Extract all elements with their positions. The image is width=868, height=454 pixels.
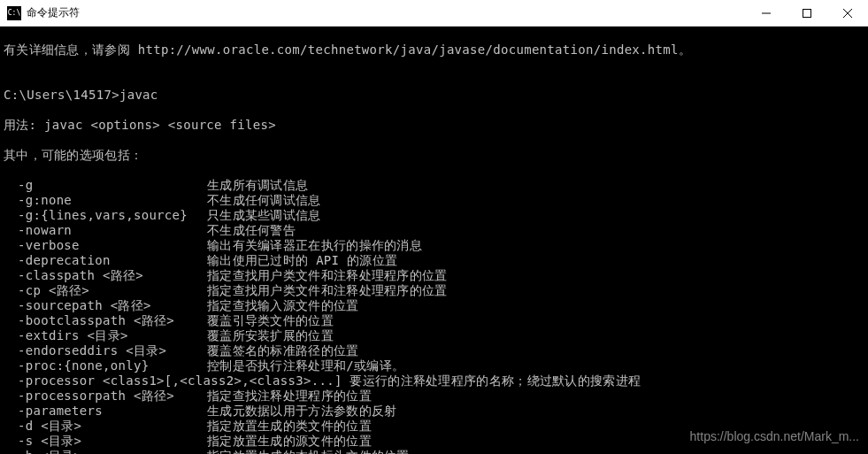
terminal-line: 其中，可能的选项包括： bbox=[4, 148, 864, 163]
option-flag: -nowarn bbox=[4, 223, 207, 238]
option-description: 只生成某些调试信息 bbox=[207, 208, 321, 223]
option-description: 指定查找注释处理程序的位置 bbox=[207, 389, 372, 404]
option-flag: -classpath <路径> bbox=[4, 268, 207, 283]
option-flag: -endorseddirs <目录> bbox=[4, 343, 207, 358]
option-row: -h <目录>指定放置生成的本机标头文件的位置 bbox=[4, 449, 864, 454]
option-flag: -sourcepath <路径> bbox=[4, 298, 207, 313]
option-row: -g:{lines,vars,source}只生成某些调试信息 bbox=[4, 208, 864, 223]
option-flag: -d <目录> bbox=[4, 419, 207, 434]
maximize-icon bbox=[803, 9, 811, 18]
terminal-line: 有关详细信息，请参阅 http://www.oracle.com/technet… bbox=[4, 42, 864, 58]
terminal-line: 用法: javac <options> <source files> bbox=[4, 118, 864, 133]
option-flag: -g:{lines,vars,source} bbox=[4, 208, 207, 223]
window-titlebar: C:\ 命令提示符 bbox=[0, 0, 868, 27]
option-row: -deprecation输出使用已过时的 API 的源位置 bbox=[4, 253, 864, 268]
option-description: 覆盖签名的标准路径的位置 bbox=[207, 343, 359, 358]
option-description: 指定放置生成的类文件的位置 bbox=[207, 419, 372, 434]
option-row: -sourcepath <路径>指定查找输入源文件的位置 bbox=[4, 298, 864, 313]
option-description: 输出有关编译器正在执行的操作的消息 bbox=[207, 238, 422, 253]
maximize-button[interactable] bbox=[787, 0, 827, 26]
minimize-button[interactable] bbox=[746, 0, 787, 26]
option-description: 覆盖引导类文件的位置 bbox=[207, 313, 334, 328]
option-description: 不生成任何调试信息 bbox=[207, 193, 321, 208]
option-row: -g:none不生成任何调试信息 bbox=[4, 193, 864, 208]
window-controls bbox=[746, 0, 868, 26]
terminal-output[interactable]: 有关详细信息，请参阅 http://www.oracle.com/technet… bbox=[0, 27, 868, 454]
option-row: -parameters生成元数据以用于方法参数的反射 bbox=[4, 404, 864, 419]
option-row: -endorseddirs <目录>覆盖签名的标准路径的位置 bbox=[4, 343, 864, 358]
option-description: 指定放置生成的源文件的位置 bbox=[207, 434, 372, 449]
option-description: 指定查找输入源文件的位置 bbox=[207, 298, 359, 313]
option-flag: -g bbox=[4, 178, 207, 193]
option-description: 指定放置生成的本机标头文件的位置 bbox=[207, 449, 410, 454]
option-description: 不生成任何警告 bbox=[207, 223, 296, 238]
option-row: -extdirs <目录>覆盖所安装扩展的位置 bbox=[4, 328, 864, 343]
option-flag: -s <目录> bbox=[4, 434, 207, 449]
option-flag: -processorpath <路径> bbox=[4, 389, 207, 404]
close-icon bbox=[843, 9, 852, 18]
svg-rect-1 bbox=[803, 9, 811, 17]
option-description: 生成所有调试信息 bbox=[207, 178, 308, 193]
option-row: -cp <路径>指定查找用户类文件和注释处理程序的位置 bbox=[4, 283, 864, 298]
option-flag: -verbose bbox=[4, 238, 207, 253]
option-row: -proc:{none,only}控制是否执行注释处理和/或编译。 bbox=[4, 358, 864, 373]
option-flag: -parameters bbox=[4, 404, 207, 419]
option-description: 指定查找用户类文件和注释处理程序的位置 bbox=[207, 268, 448, 283]
option-description: 生成元数据以用于方法参数的反射 bbox=[207, 404, 397, 419]
option-row: -processor <class1>[,<class2>,<class3>..… bbox=[4, 373, 864, 389]
option-flag: -proc:{none,only} bbox=[4, 358, 207, 373]
option-description: 控制是否执行注释处理和/或编译。 bbox=[207, 358, 404, 373]
option-row: -processorpath <路径>指定查找注释处理程序的位置 bbox=[4, 389, 864, 404]
window-title: 命令提示符 bbox=[27, 5, 746, 20]
option-row: -nowarn不生成任何警告 bbox=[4, 223, 864, 238]
cmd-icon: C:\ bbox=[7, 6, 21, 20]
option-description: 指定查找用户类文件和注释处理程序的位置 bbox=[207, 283, 448, 298]
option-row: -verbose输出有关编译器正在执行的操作的消息 bbox=[4, 238, 864, 253]
option-row: -bootclasspath <路径>覆盖引导类文件的位置 bbox=[4, 313, 864, 328]
option-description: 覆盖所安装扩展的位置 bbox=[207, 328, 334, 343]
option-flag: -cp <路径> bbox=[4, 283, 207, 298]
option-flag: -extdirs <目录> bbox=[4, 328, 207, 343]
minimize-icon bbox=[762, 9, 771, 18]
option-row: -classpath <路径>指定查找用户类文件和注释处理程序的位置 bbox=[4, 268, 864, 283]
option-flag: -h <目录> bbox=[4, 449, 207, 454]
watermark-text: https://blog.csdn.net/Mark_m... bbox=[690, 429, 859, 443]
option-flag: -bootclasspath <路径> bbox=[4, 313, 207, 328]
option-flag: -deprecation bbox=[4, 253, 207, 268]
option-flag: -processor <class1>[,<class2>,<class3>..… bbox=[4, 373, 641, 389]
option-description: 输出使用已过时的 API 的源位置 bbox=[207, 253, 397, 268]
close-button[interactable] bbox=[827, 0, 868, 26]
terminal-prompt-line: C:\Users\14517>javac bbox=[4, 88, 864, 103]
option-row: -g生成所有调试信息 bbox=[4, 178, 864, 193]
option-flag: -g:none bbox=[4, 193, 207, 208]
